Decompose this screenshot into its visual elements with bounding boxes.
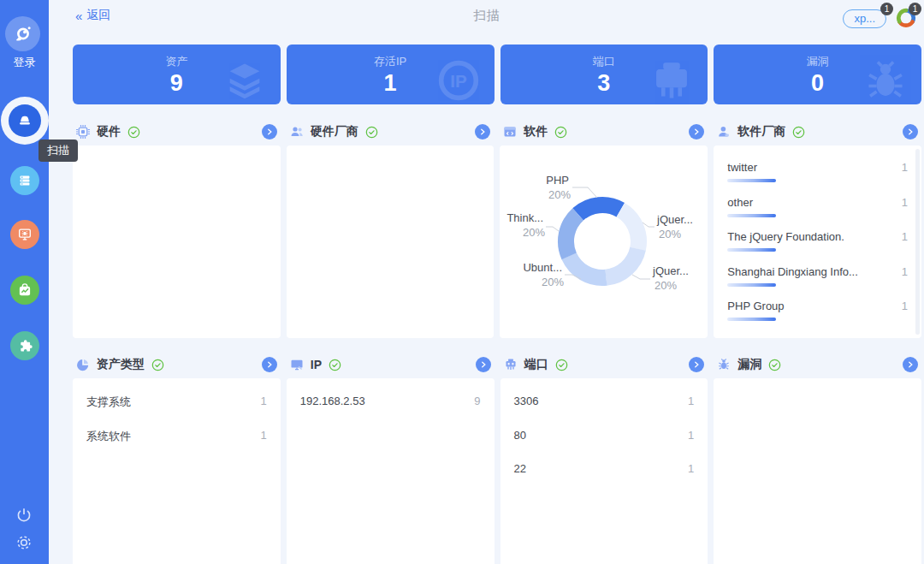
list-item: The jQuery Foundation. 1 [727, 220, 908, 255]
item-label: 80 [514, 429, 695, 442]
stat-card-ports: 端口 3 [500, 45, 708, 104]
plug-icon [504, 358, 518, 371]
vendor-count: 1 [902, 300, 908, 312]
item-count: 1 [688, 462, 694, 475]
sidebar-item-scan[interactable] [9, 104, 41, 137]
chevron-right-icon [692, 128, 701, 136]
sidebar-item-vulnerability[interactable] [10, 220, 39, 249]
svg-text:IP: IP [450, 71, 467, 91]
stat-card-assets: 资产 9 [73, 45, 281, 104]
svg-text:20%: 20% [548, 188, 571, 201]
chevron-right-icon [906, 128, 915, 136]
panel-expand-button[interactable] [903, 124, 918, 140]
user-pill-badge: 1 [880, 3, 893, 15]
gear-icon[interactable] [15, 533, 33, 552]
item-label: 系统软件 [86, 429, 267, 444]
panel-expand-button[interactable] [262, 124, 277, 140]
panel-expand-button[interactable] [476, 357, 491, 372]
panel-ip: IP 192.168.2.53 9 [287, 353, 495, 564]
list-item: twitter 1 [727, 151, 908, 186]
value-bar [727, 179, 776, 182]
svg-text:jQuer...: jQuer... [652, 264, 689, 277]
panel-expand-button[interactable] [475, 124, 490, 140]
port-panel-body: 3306 1 80 1 22 1 [500, 378, 708, 564]
check-circle-icon [555, 359, 568, 371]
list-item: 22 1 [514, 453, 695, 487]
stat-card-vulns: 漏洞 0 [714, 45, 921, 104]
panel-expand-button[interactable] [689, 124, 704, 140]
chevron-right-icon [265, 360, 274, 369]
donut-slices [551, 190, 654, 293]
svg-text:Think...: Think... [507, 211, 544, 224]
value-bar [727, 318, 776, 321]
panel-title: 硬件厂商 [311, 124, 358, 140]
svg-text:20%: 20% [523, 226, 545, 239]
sidebar-item-plugin[interactable] [10, 331, 39, 360]
scrollbar[interactable] [915, 149, 920, 335]
top-header: « 返回 扫描 xp... 1 1 [49, 0, 924, 34]
panel-title: 资产类型 [97, 357, 145, 372]
stat-cards: 资产 9 存活IP 1 IP 端口 3 漏洞 0 [73, 45, 921, 104]
panel-title: 硬件 [97, 124, 121, 140]
check-circle-icon [127, 126, 140, 139]
svg-text:20%: 20% [542, 276, 564, 288]
panel-vuln: 漏洞 [714, 353, 921, 564]
panel-expand-button[interactable] [689, 357, 704, 372]
hardware-vendor-panel-body [287, 145, 495, 338]
power-icon[interactable] [15, 506, 33, 525]
port-icon [649, 58, 694, 103]
vendor-name: PHP Group [727, 300, 886, 312]
vendor-name: The jQuery Foundation. [727, 230, 886, 243]
chip-icon [76, 125, 90, 139]
vendor-count: 1 [902, 230, 908, 243]
value-bar [727, 283, 776, 287]
login-label[interactable]: 登录 [0, 55, 49, 70]
software-donut-chart: PHP 20% jQuer... 20% jQuer... 20% Ubunt.… [500, 145, 708, 338]
check-circle-icon [554, 126, 567, 139]
sidebar-footer [15, 506, 33, 552]
vendor-count: 1 [902, 161, 908, 174]
vendor-count: 1 [902, 196, 908, 209]
fish-logo-icon [12, 23, 34, 45]
item-count: 1 [261, 395, 267, 407]
list-item: 系统软件 1 [86, 419, 267, 454]
chevron-right-icon [906, 360, 915, 369]
item-label: 192.168.2.53 [300, 395, 481, 407]
svg-text:20%: 20% [659, 228, 681, 240]
item-count: 1 [688, 429, 694, 442]
panel-title: 软件厂商 [737, 124, 785, 140]
user-pill-button[interactable]: xp... [843, 9, 886, 28]
panel-row-2: 资产类型 支撑系统 1 系统软件 1 [73, 353, 921, 564]
panel-expand-button[interactable] [262, 357, 277, 372]
value-bar [727, 214, 776, 217]
list-item: 80 1 [514, 419, 695, 454]
puzzle-icon [17, 338, 33, 353]
list-item: 192.168.2.53 9 [300, 385, 481, 419]
panel-expand-button[interactable] [903, 357, 918, 372]
trend-chart-icon [17, 282, 33, 298]
item-label: 3306 [514, 395, 695, 407]
panel-title: 端口 [524, 357, 548, 372]
software-vendor-panel-body: twitter 1 other 1 The jQuery Foundation.… [714, 145, 921, 338]
chevron-right-icon [692, 360, 701, 369]
sidebar-item-assets[interactable] [10, 166, 39, 195]
panel-row-1: 硬件 硬件厂商 [73, 120, 921, 338]
list-item: 3306 1 [514, 385, 695, 419]
ip-panel-body: 192.168.2.53 9 [287, 378, 495, 564]
vendor-name: twitter [727, 161, 886, 174]
pie-icon [76, 358, 90, 371]
vuln-panel-body [714, 378, 921, 564]
monitor-icon [290, 358, 304, 371]
server-list-icon [17, 173, 33, 188]
page-title: 扫描 [49, 8, 924, 24]
app-logo[interactable] [5, 16, 40, 51]
check-circle-icon [768, 359, 781, 371]
sidebar-item-report[interactable] [10, 276, 39, 305]
ip-icon: IP [436, 58, 481, 103]
person-icon [717, 125, 731, 139]
panel-port: 端口 3306 1 80 1 22 [500, 353, 708, 564]
item-count: 9 [474, 395, 480, 407]
item-label: 支撑系统 [86, 395, 267, 410]
svg-text:Ubunt...: Ubunt... [524, 261, 563, 274]
panel-hardware-vendor: 硬件厂商 [287, 120, 495, 338]
